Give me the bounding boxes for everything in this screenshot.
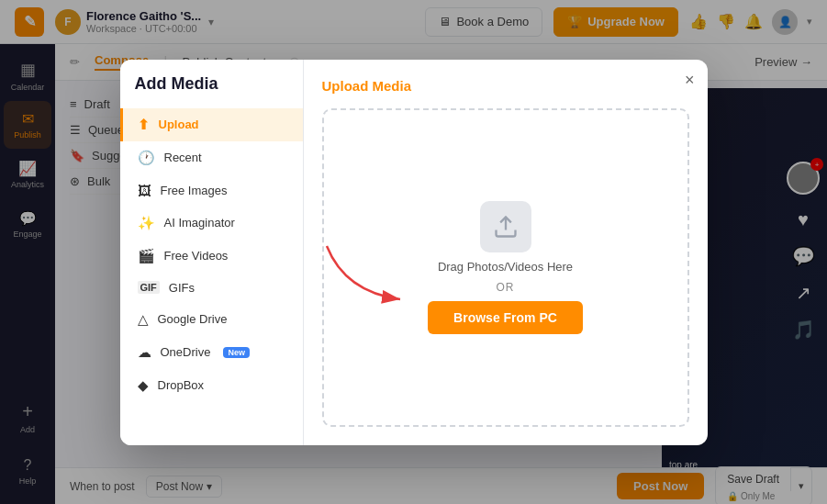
new-badge: New (223, 347, 250, 358)
menu-item-free-images[interactable]: 🖼 Free Images (120, 174, 303, 207)
modal-backdrop[interactable]: Add Media ⬆ Upload 🕐 Recent 🖼 Free Image… (0, 0, 827, 504)
menu-item-gifs[interactable]: GIF GIFs (120, 273, 303, 303)
video-icon: 🎬 (138, 248, 155, 264)
drag-label: Drag Photos/Videos Here (438, 260, 573, 274)
modal-title: Add Media (120, 74, 303, 108)
upload-icon: ⬆ (138, 117, 150, 133)
or-label: OR (497, 281, 515, 294)
ai-icon: ✨ (138, 215, 155, 231)
menu-item-dropbox[interactable]: ◆ DropBox (120, 369, 303, 402)
free-images-icon: 🖼 (138, 183, 151, 198)
recent-icon: 🕐 (138, 150, 155, 166)
menu-item-recent[interactable]: 🕐 Recent (120, 141, 303, 174)
modal-close-button[interactable]: × (685, 71, 695, 90)
upload-area[interactable]: Drag Photos/Videos Here OR Browse From P… (322, 108, 689, 427)
add-media-modal: Add Media ⬆ Upload 🕐 Recent 🖼 Free Image… (120, 60, 708, 445)
modal-body-title: Upload Media (322, 78, 689, 94)
onedrive-icon: ☁ (138, 344, 151, 361)
gif-icon: GIF (138, 281, 160, 294)
upload-placeholder-icon (480, 201, 531, 252)
menu-item-free-videos[interactable]: 🎬 Free Videos (120, 240, 303, 273)
google-drive-icon: △ (138, 311, 149, 328)
menu-item-google-drive[interactable]: △ Google Drive (120, 303, 303, 336)
modal-body: Upload Media Drag Photos/Videos Here OR (304, 60, 708, 445)
menu-item-upload[interactable]: ⬆ Upload (120, 108, 303, 141)
menu-item-ai-imaginator[interactable]: ✨ AI Imaginator (120, 207, 303, 240)
modal-sidebar: Add Media ⬆ Upload 🕐 Recent 🖼 Free Image… (120, 60, 304, 445)
browse-from-pc-button[interactable]: Browse From PC (428, 301, 583, 334)
arrow-indicator (318, 237, 428, 310)
dropbox-icon: ◆ (138, 377, 149, 394)
menu-item-onedrive[interactable]: ☁ OneDrive New (120, 336, 303, 369)
